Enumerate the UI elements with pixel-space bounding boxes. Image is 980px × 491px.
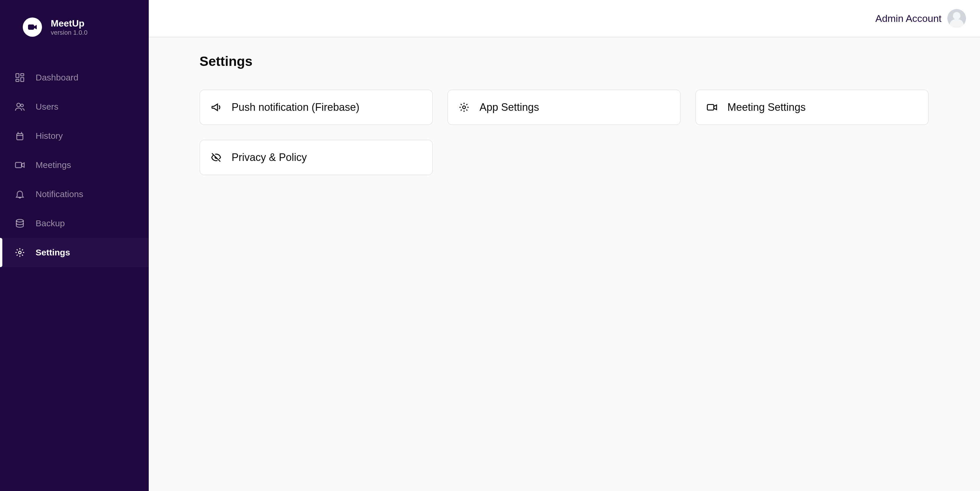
card-meeting-settings[interactable]: Meeting Settings bbox=[695, 89, 929, 125]
sidebar-item-backup[interactable]: Backup bbox=[0, 209, 149, 238]
svg-point-11 bbox=[463, 106, 466, 109]
dashboard-icon bbox=[14, 72, 25, 83]
svg-rect-1 bbox=[16, 74, 19, 78]
sidebar-item-label: Notifications bbox=[36, 189, 83, 199]
sidebar-item-meetings[interactable]: Meetings bbox=[0, 151, 149, 180]
page-title: Settings bbox=[199, 53, 929, 69]
svg-point-10 bbox=[19, 251, 21, 254]
svg-rect-2 bbox=[21, 74, 24, 76]
app-name: MeetUp bbox=[51, 18, 88, 29]
sidebar-item-settings[interactable]: Settings bbox=[0, 238, 149, 267]
svg-rect-0 bbox=[28, 24, 34, 30]
sidebar-item-label: History bbox=[36, 131, 63, 141]
svg-point-6 bbox=[21, 104, 23, 107]
gear-icon bbox=[458, 102, 469, 113]
video-icon bbox=[27, 22, 38, 32]
megaphone-icon bbox=[211, 102, 222, 113]
svg-point-9 bbox=[16, 219, 23, 222]
video-icon bbox=[706, 102, 718, 113]
main-area: Admin Account Settings Push notification… bbox=[149, 0, 980, 491]
history-icon bbox=[14, 130, 25, 141]
card-app-settings[interactable]: App Settings bbox=[447, 89, 681, 125]
svg-rect-4 bbox=[16, 79, 19, 82]
sidebar-item-label: Meetings bbox=[36, 160, 71, 170]
sidebar-item-users[interactable]: Users bbox=[0, 92, 149, 121]
sidebar-item-notifications[interactable]: Notifications bbox=[0, 180, 149, 209]
settings-cards: Push notification (Firebase) App Setting… bbox=[199, 89, 929, 175]
sidebar-item-label: Dashboard bbox=[36, 73, 78, 83]
users-icon bbox=[14, 102, 25, 112]
svg-rect-8 bbox=[16, 162, 22, 168]
app-version: version 1.0.0 bbox=[51, 29, 88, 37]
bell-icon bbox=[14, 189, 25, 199]
sidebar-item-label: Settings bbox=[36, 248, 70, 257]
card-label: Privacy & Policy bbox=[232, 151, 307, 164]
topbar: Admin Account bbox=[149, 0, 980, 37]
gear-icon bbox=[14, 247, 25, 258]
content: Settings Push notification (Firebase) Ap… bbox=[149, 37, 980, 491]
card-label: App Settings bbox=[479, 101, 539, 113]
sidebar: MeetUp version 1.0.0 Dashboard Users His… bbox=[0, 0, 149, 491]
sidebar-item-label: Users bbox=[36, 102, 58, 112]
sidebar-nav: Dashboard Users History Meetings Notific bbox=[0, 63, 149, 267]
svg-point-5 bbox=[17, 103, 21, 107]
card-push-notification[interactable]: Push notification (Firebase) bbox=[199, 89, 433, 125]
svg-rect-7 bbox=[17, 134, 23, 140]
sidebar-header: MeetUp version 1.0.0 bbox=[0, 0, 149, 48]
database-icon bbox=[14, 218, 25, 229]
sidebar-item-label: Backup bbox=[36, 218, 65, 228]
svg-rect-12 bbox=[707, 105, 714, 110]
account-name[interactable]: Admin Account bbox=[875, 13, 942, 24]
app-title-wrap: MeetUp version 1.0.0 bbox=[51, 18, 88, 37]
video-icon bbox=[14, 160, 25, 170]
eye-off-icon bbox=[211, 152, 222, 163]
card-privacy-policy[interactable]: Privacy & Policy bbox=[199, 140, 433, 175]
sidebar-item-history[interactable]: History bbox=[0, 121, 149, 151]
card-label: Meeting Settings bbox=[727, 101, 806, 113]
card-label: Push notification (Firebase) bbox=[232, 101, 360, 113]
sidebar-item-dashboard[interactable]: Dashboard bbox=[0, 63, 149, 92]
svg-rect-3 bbox=[21, 78, 24, 82]
avatar[interactable] bbox=[947, 9, 966, 28]
app-logo bbox=[23, 17, 42, 37]
